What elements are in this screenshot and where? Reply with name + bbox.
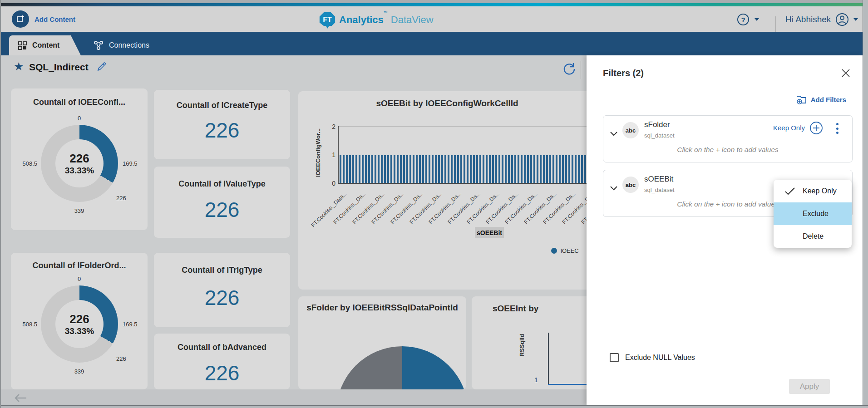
logo-brand-text: Analytics™ xyxy=(339,14,388,26)
tile-pie-sfolder[interactable]: sFolder by lOEEBitRSSqlDataPointId xyxy=(298,296,466,389)
back-arrow-icon[interactable] xyxy=(14,393,27,405)
bar xyxy=(340,155,341,183)
menu-item-keep-only[interactable]: Keep Only xyxy=(774,180,852,202)
gauge-tick: 339 xyxy=(11,368,148,375)
titlebar-divider xyxy=(581,61,581,79)
filters-panel-title: Filters (2) xyxy=(603,68,644,79)
tile-title: Countall of bAdvanced xyxy=(154,343,290,352)
bar xyxy=(397,155,399,183)
gauge-tick: 226 xyxy=(116,355,126,362)
bar xyxy=(375,155,376,183)
chart-legend: lOEEC xyxy=(551,247,579,254)
add-content-icon xyxy=(12,10,29,28)
bar xyxy=(349,155,351,183)
kebab-menu-icon[interactable] xyxy=(834,122,840,135)
tab-connections[interactable]: Connections xyxy=(90,35,185,55)
gauge-tick: 169.5 xyxy=(123,321,138,328)
legend-label: lOEEC xyxy=(561,247,579,254)
tile-donut-loeeconfig[interactable]: Countall of lOEEConfi... 226 33.33% 0 16… xyxy=(11,88,148,230)
bar xyxy=(429,155,430,183)
tab-content[interactable]: Content xyxy=(9,35,81,55)
tile-kpi-lcreatetype[interactable]: Countall of lCreateType 226 xyxy=(154,90,290,159)
donut-percent: 33.33% xyxy=(65,166,94,176)
window-frame-right xyxy=(863,0,868,408)
gauge-tick: 508.5 xyxy=(17,160,37,167)
bar xyxy=(470,155,472,183)
bar xyxy=(511,155,513,183)
bar xyxy=(384,155,386,183)
exclude-null-label: Exclude NULL Values xyxy=(625,354,695,362)
exclude-null-checkbox[interactable] xyxy=(610,353,619,362)
help-icon[interactable]: ? xyxy=(737,14,749,25)
bar xyxy=(581,155,583,183)
bar xyxy=(448,155,449,183)
filter-dataset: sql_dataset xyxy=(644,132,675,139)
bar xyxy=(362,155,364,183)
dashboard-titlebar: ★ SQL_Indirect xyxy=(1,55,587,82)
help-menu[interactable]: ? xyxy=(737,13,759,26)
user-greeting: Hi Abhishek xyxy=(785,15,831,25)
y-tick: 1 xyxy=(322,151,335,158)
bar xyxy=(435,155,437,183)
y-axis-label: RSSqlId xyxy=(518,329,525,361)
bar xyxy=(441,155,443,183)
refresh-icon[interactable] xyxy=(562,62,577,78)
close-icon[interactable] xyxy=(841,68,851,80)
y-axis-label: lOEEConfigWor... xyxy=(315,123,321,182)
gauge-tick: 169.5 xyxy=(123,160,138,167)
tile-title: Countall of lCreateType xyxy=(154,101,290,110)
menu-item-delete[interactable]: Delete xyxy=(774,225,852,248)
tile-title: sOEEBit by lOEEConfigWorkCellId xyxy=(311,98,583,108)
user-menu[interactable]: Hi Abhishek xyxy=(785,12,858,27)
bar xyxy=(476,155,478,183)
chevron-down-icon[interactable] xyxy=(610,130,618,138)
donut-center: 226 33.33% xyxy=(55,300,104,348)
app-logo: FT Analytics™ DataView xyxy=(319,11,434,29)
bar xyxy=(556,155,557,183)
bar xyxy=(568,155,570,183)
bar xyxy=(549,155,551,183)
kpi-value: 226 xyxy=(154,118,290,143)
bar xyxy=(578,155,580,183)
chevron-down-icon[interactable] xyxy=(610,185,618,193)
filter-card-sfolder: abc sFolder sql_dataset Keep Only Click … xyxy=(603,115,853,162)
tile-kpi-badvanced[interactable]: Countall of bAdvanced 226 xyxy=(154,334,290,389)
bar xyxy=(365,155,367,183)
tile-kpi-ltrigtype[interactable]: Countall of lTrigType 226 xyxy=(154,253,290,327)
bar xyxy=(352,155,354,183)
bar xyxy=(524,155,526,183)
bar xyxy=(508,155,510,183)
favorite-star-icon[interactable]: ★ xyxy=(14,61,24,72)
bar xyxy=(460,155,462,183)
bar xyxy=(444,155,446,183)
donut-value: 226 xyxy=(69,312,89,326)
add-content-button[interactable]: Add Content xyxy=(12,10,75,28)
svg-text:FT: FT xyxy=(323,15,332,24)
logo-product-text: DataView xyxy=(391,14,434,26)
bar xyxy=(584,155,586,183)
donut-gauge: 226 33.33% xyxy=(41,125,118,202)
add-filters-button[interactable]: Add Filters xyxy=(587,94,846,104)
edit-title-icon[interactable] xyxy=(96,61,107,74)
bar xyxy=(527,155,529,183)
checkmark-icon xyxy=(784,187,795,196)
bar xyxy=(467,155,469,183)
bar xyxy=(533,155,535,183)
filter-field-name: sOEEBit xyxy=(644,175,673,184)
tab-content-label: Content xyxy=(32,41,59,49)
bar xyxy=(425,155,427,183)
menu-item-exclude[interactable]: Exclude xyxy=(774,202,852,225)
bar xyxy=(502,155,503,183)
tile-donut-lfolderord[interactable]: Countall of lFolderOrd... 226 33.33% 0 1… xyxy=(11,253,148,389)
exclude-null-row[interactable]: Exclude NULL Values xyxy=(610,353,695,362)
dashboard-bottom-strip xyxy=(1,389,587,406)
gauge-tick: 0 xyxy=(11,275,148,282)
tile-kpi-lvaluetype[interactable]: Countall of lValueType 226 xyxy=(154,167,290,238)
bar xyxy=(451,155,453,183)
y-tick: 0 xyxy=(322,180,335,187)
window-frame-bottom xyxy=(1,405,868,408)
add-values-icon[interactable] xyxy=(809,121,823,137)
apply-button[interactable]: Apply xyxy=(789,379,830,394)
bar xyxy=(432,155,434,183)
keep-only-label[interactable]: Keep Only xyxy=(773,124,805,132)
